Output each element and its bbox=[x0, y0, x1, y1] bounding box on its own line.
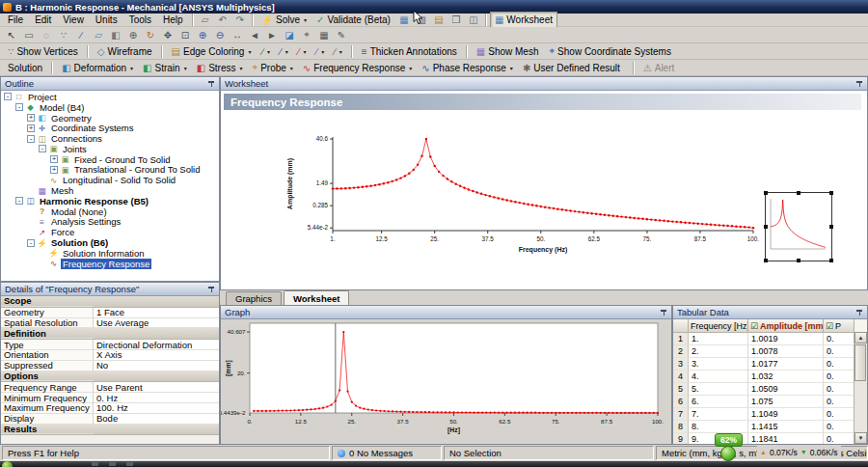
worksheet-toggle-button[interactable]: ▦ Worksheet bbox=[490, 12, 557, 28]
table-row[interactable]: 9 9. 1.1841 0. bbox=[673, 433, 867, 445]
previous-view-icon[interactable]: ◄ bbox=[246, 27, 263, 43]
tree-item[interactable]: ∿ Longitudinal - Solid To Solid bbox=[1, 175, 219, 185]
tab-worksheet[interactable]: Worksheet bbox=[284, 290, 349, 305]
cell-amplitude[interactable]: 1.1415 bbox=[748, 421, 824, 433]
frequency-response-button[interactable]: ∿ Frequency Response ▾ bbox=[298, 60, 417, 76]
cell-amplitude[interactable]: 1.0078 bbox=[748, 345, 824, 358]
tree-item[interactable]: - ◆ Model (B4) bbox=[1, 102, 219, 113]
cell-phase[interactable]: 0. bbox=[824, 333, 854, 345]
redo-icon[interactable]: ↷ bbox=[231, 12, 249, 28]
viewports-icon[interactable]: ▦ bbox=[315, 27, 333, 43]
thicken-annotations-button[interactable]: ≡ Thicken Annotations bbox=[357, 43, 462, 60]
cell-frequency[interactable]: 6. bbox=[689, 396, 748, 408]
details-value[interactable]: 100. Hz bbox=[94, 403, 219, 414]
wireframe-button[interactable]: ◇ Wireframe bbox=[93, 43, 157, 60]
checkbox-checked-icon[interactable]: ☑ bbox=[750, 321, 758, 331]
tree-expander[interactable]: - bbox=[27, 239, 35, 247]
edge-dropdown[interactable]: ∕▾ bbox=[275, 43, 293, 60]
start-button[interactable] bbox=[2, 461, 13, 467]
details-value[interactable]: 0. Hz bbox=[94, 393, 219, 403]
details-value[interactable] bbox=[94, 328, 219, 339]
zoom-box-icon[interactable]: ⊡ bbox=[176, 27, 194, 43]
tab-graphics[interactable]: Graphics bbox=[226, 291, 282, 305]
details-value[interactable] bbox=[94, 371, 219, 382]
cell-phase[interactable]: 0. bbox=[824, 396, 854, 408]
phase-response-button[interactable]: ∿ Phase Response ▾ bbox=[417, 60, 518, 76]
tree-expander[interactable]: + bbox=[27, 114, 35, 122]
table-row[interactable]: 1 1. 1.0019 0. bbox=[673, 333, 867, 345]
selection-information-icon[interactable]: ◫ bbox=[465, 12, 482, 28]
print-preview-icon[interactable]: ❐ bbox=[448, 12, 465, 28]
zoom-in-icon[interactable]: ⊕ bbox=[194, 27, 211, 43]
taskbar-icon[interactable] bbox=[109, 462, 116, 466]
cell-phase[interactable]: 0. bbox=[824, 383, 854, 396]
tree-item[interactable]: ≡ Analysis Settings bbox=[1, 217, 219, 228]
details-value[interactable]: No bbox=[94, 361, 219, 371]
cell-frequency[interactable]: 7. bbox=[689, 408, 748, 421]
cell-frequency[interactable]: 4. bbox=[689, 371, 748, 383]
edge-dropdown[interactable]: ∕▾ bbox=[329, 43, 347, 60]
edge-filter-icon[interactable]: ∕ bbox=[72, 27, 90, 43]
cell-phase[interactable]: 0. bbox=[824, 371, 854, 383]
tree-item[interactable]: + ✛ Coordinate Systems bbox=[1, 123, 219, 133]
tree-item[interactable]: - ⚡ Solution (B6) bbox=[1, 237, 219, 248]
menu-units[interactable]: Units bbox=[90, 14, 123, 25]
show-vertices-button[interactable]: ∵ Show Vertices bbox=[3, 43, 83, 60]
select-pointer-icon[interactable]: ↖ bbox=[3, 27, 20, 43]
table-row[interactable]: 4 4. 1.032 0. bbox=[673, 371, 867, 383]
edge-dropdown[interactable]: ∕▾ bbox=[293, 43, 312, 60]
table-row[interactable]: 7 7. 1.1049 0. bbox=[673, 408, 867, 421]
cell-frequency[interactable]: 2. bbox=[689, 345, 748, 358]
network-speed-overlay[interactable]: ▲ 0.07K/s ▼ 0.06K/s bbox=[757, 446, 841, 458]
tree-item[interactable]: ↗ Force bbox=[1, 227, 219, 237]
tree-item[interactable]: - □ Project bbox=[1, 92, 219, 102]
status-messages[interactable]: 0 No Messages bbox=[332, 446, 442, 460]
next-view-icon[interactable]: ► bbox=[263, 27, 281, 43]
undo-icon[interactable]: ↶ bbox=[214, 12, 231, 28]
tree-item[interactable]: + ▣ Translational - Ground To Solid bbox=[1, 165, 219, 176]
menu-file[interactable]: File bbox=[2, 14, 29, 25]
tree-item[interactable]: + ◧ Geometry bbox=[1, 113, 219, 124]
probe-button[interactable]: ⌖ Probe ▾ bbox=[247, 60, 297, 76]
tree-item[interactable]: ∿ Frequency Response bbox=[1, 259, 219, 269]
tabular-col-amplitude[interactable]: ☑ Amplitude [mm] bbox=[748, 319, 824, 333]
cell-phase[interactable]: 0. bbox=[824, 433, 854, 445]
tree-expander[interactable]: - bbox=[15, 197, 23, 205]
tabular-col-frequency[interactable]: Frequency [Hz] bbox=[689, 319, 748, 333]
scroll-down-icon[interactable]: ▼ bbox=[854, 432, 867, 444]
vertical-scrollbar[interactable]: ▲ ▼ bbox=[854, 332, 867, 444]
cell-amplitude[interactable]: 1.0019 bbox=[748, 333, 824, 345]
details-value[interactable]: Use Parent bbox=[94, 382, 219, 393]
cell-frequency[interactable]: 3. bbox=[689, 358, 748, 371]
tree-expander[interactable]: + bbox=[50, 166, 58, 174]
cell-amplitude[interactable]: 1.0509 bbox=[748, 383, 824, 396]
face-filter-icon[interactable]: ▱ bbox=[90, 27, 107, 43]
tabular-corner-cell[interactable] bbox=[673, 319, 689, 333]
details-value[interactable]: Directional Deformation bbox=[94, 340, 219, 350]
details-value[interactable]: Use Average bbox=[94, 318, 219, 329]
pin-icon[interactable] bbox=[208, 286, 215, 292]
cell-frequency[interactable]: 8. bbox=[689, 421, 748, 433]
body-filter-icon[interactable]: ◧ bbox=[107, 27, 124, 43]
cell-phase[interactable]: 0. bbox=[824, 358, 854, 371]
report-preview-icon[interactable]: ▤ bbox=[430, 12, 448, 28]
optimizer-ball-icon[interactable] bbox=[720, 446, 736, 461]
scroll-up-icon[interactable]: ▲ bbox=[854, 332, 867, 343]
table-row[interactable]: 6 6. 1.075 0. bbox=[673, 396, 867, 408]
menu-edit[interactable]: Edit bbox=[29, 14, 57, 25]
details-value[interactable] bbox=[94, 296, 219, 307]
optimizer-badge[interactable]: 62% bbox=[715, 433, 743, 447]
pin-icon[interactable] bbox=[856, 309, 863, 316]
menu-tools[interactable]: Tools bbox=[123, 14, 157, 25]
details-value[interactable]: Bode bbox=[94, 414, 219, 425]
taskbar-icon[interactable] bbox=[126, 462, 133, 466]
user-defined-result-button[interactable]: ✱ User Defined Result bbox=[518, 60, 629, 76]
cell-frequency[interactable]: 5. bbox=[689, 383, 748, 396]
iso-view-icon[interactable]: ◪ bbox=[281, 27, 298, 43]
validate-button[interactable]: ✓ Validate (Beta) bbox=[312, 12, 395, 28]
tree-expander[interactable]: - bbox=[15, 103, 23, 111]
tag-icon[interactable]: ✎ bbox=[333, 27, 350, 43]
new-analysis-icon[interactable]: ▱ bbox=[197, 12, 214, 28]
cell-phase[interactable]: 0. bbox=[824, 408, 854, 421]
table-row[interactable]: 3 3. 1.0177 0. bbox=[673, 358, 867, 371]
